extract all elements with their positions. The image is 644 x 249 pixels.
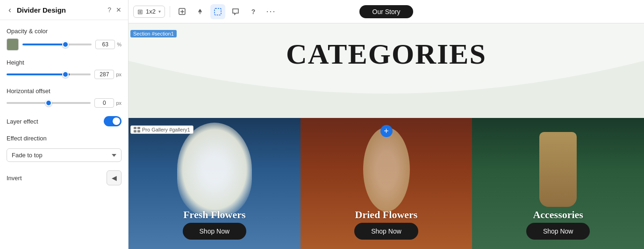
height-value-input[interactable] bbox=[94, 70, 114, 79]
invert-label: Invert bbox=[7, 175, 22, 182]
svg-rect-9 bbox=[137, 130, 140, 132]
effect-direction-section: Effect direction Fade to top Fade to bot… bbox=[7, 135, 122, 162]
nav-pill[interactable]: Our Story bbox=[359, 5, 414, 18]
opacity-value-group: % bbox=[95, 40, 122, 49]
offset-label: Horizontal offset bbox=[7, 88, 122, 95]
back-button[interactable]: ‹ bbox=[7, 5, 13, 15]
toolbar: ⊞ 1x2 ▾ bbox=[129, 0, 644, 23]
help-button[interactable]: ? bbox=[107, 6, 111, 14]
add-panel-icon bbox=[179, 8, 186, 15]
layer-effect-row: Layer effect bbox=[7, 116, 122, 126]
toolbar-left: ⊞ 1x2 ▾ bbox=[133, 4, 279, 19]
offset-section: Horizontal offset px bbox=[7, 88, 122, 108]
effect-direction-label: Effect direction bbox=[7, 135, 122, 142]
offset-row: px bbox=[7, 98, 122, 108]
fresh-flowers-label: Fresh Flowers bbox=[129, 209, 301, 221]
opacity-value-input[interactable] bbox=[95, 40, 115, 49]
categories-area: CATEGORIES bbox=[129, 23, 644, 75]
comment-button[interactable] bbox=[228, 4, 243, 19]
offset-value-input[interactable] bbox=[94, 98, 114, 108]
layer-effect-label: Layer effect bbox=[7, 118, 38, 125]
header-icons: ? ✕ bbox=[107, 6, 122, 14]
help-icon-toolbar: ? bbox=[251, 8, 256, 15]
add-panel-button[interactable] bbox=[175, 4, 190, 19]
gallery-item-fresh-flowers: Fresh Flowers Shop Now bbox=[129, 118, 301, 249]
svg-marker-4 bbox=[198, 12, 202, 15]
svg-rect-8 bbox=[134, 130, 136, 132]
canvas-area: ⊞ 1x2 ▾ bbox=[129, 0, 644, 249]
accessories-shop-button[interactable]: Shop Now bbox=[526, 223, 590, 240]
height-slider-container bbox=[7, 73, 91, 75]
select-button[interactable] bbox=[210, 4, 225, 19]
height-slider[interactable] bbox=[7, 73, 91, 75]
svg-rect-7 bbox=[137, 127, 140, 129]
gallery-tag-label: Pro Gallery #gallery1 bbox=[142, 127, 190, 132]
left-panel: ‹ Divider Design ? ✕ Opacity & color % bbox=[0, 0, 129, 249]
flower-decoration-3 bbox=[472, 118, 644, 221]
opacity-color-section: Opacity & color % bbox=[7, 28, 122, 51]
accessories-label: Accessories bbox=[472, 209, 644, 221]
more-options-button[interactable]: ··· bbox=[264, 4, 279, 19]
white-flower-decoration bbox=[177, 123, 252, 216]
toolbar-divider-1 bbox=[170, 6, 170, 17]
opacity-unit: % bbox=[117, 42, 122, 47]
categories-heading: CATEGORIES bbox=[286, 37, 487, 71]
gallery-item-dried-flowers: Dried Flowers Shop Now bbox=[301, 118, 472, 249]
help-button-toolbar[interactable]: ? bbox=[246, 4, 261, 19]
height-value-group: px bbox=[94, 70, 122, 79]
opacity-color-row: % bbox=[7, 38, 122, 51]
height-section: Height px bbox=[7, 59, 122, 79]
height-label: Height bbox=[7, 59, 122, 66]
effect-direction-select[interactable]: Fade to top Fade to bottom Fade to cente… bbox=[7, 148, 122, 162]
gallery-grid: Fresh Flowers Shop Now Dried Flowers Sho… bbox=[129, 118, 644, 249]
section-tag: Section #section1 bbox=[130, 30, 177, 37]
gallery-item-accessories: Accessories Shop Now bbox=[472, 118, 644, 249]
height-unit: px bbox=[116, 72, 122, 77]
offset-slider[interactable] bbox=[7, 102, 91, 104]
close-button[interactable]: ✕ bbox=[116, 6, 122, 14]
offset-unit: px bbox=[116, 100, 122, 106]
svg-marker-3 bbox=[198, 9, 202, 12]
invert-button[interactable]: ◀ bbox=[107, 170, 122, 185]
opacity-color-label: Opacity & color bbox=[7, 28, 122, 35]
invert-section: Invert ◀ bbox=[7, 170, 122, 185]
grid-chevron-icon: ▾ bbox=[158, 9, 161, 14]
panel-body: Opacity & color % Height bbox=[0, 20, 128, 249]
arrange-button[interactable] bbox=[193, 4, 208, 19]
dried-flower-decoration bbox=[363, 127, 410, 212]
grid-icon: ⊞ bbox=[137, 8, 143, 15]
add-button[interactable]: + bbox=[380, 125, 393, 137]
gallery-icon bbox=[134, 127, 140, 132]
layer-effect-section: Layer effect bbox=[7, 116, 122, 126]
vase-decoration bbox=[539, 132, 577, 207]
more-icon: ··· bbox=[266, 7, 276, 16]
opacity-slider-container bbox=[22, 44, 92, 45]
panel-title: Divider Design bbox=[17, 6, 104, 14]
dried-flowers-shop-button[interactable]: Shop Now bbox=[354, 223, 418, 240]
offset-slider-container bbox=[7, 102, 91, 104]
offset-value-group: px bbox=[94, 98, 122, 108]
dried-flowers-label: Dried Flowers bbox=[301, 209, 472, 221]
fresh-flowers-shop-button[interactable]: Shop Now bbox=[183, 223, 247, 240]
layer-effect-toggle[interactable] bbox=[104, 116, 122, 126]
select-icon bbox=[214, 8, 222, 15]
grid-select[interactable]: ⊞ 1x2 ▾ bbox=[133, 6, 165, 18]
svg-rect-5 bbox=[215, 8, 221, 15]
opacity-slider[interactable] bbox=[22, 44, 92, 45]
gallery-tag: Pro Gallery #gallery1 bbox=[130, 125, 193, 134]
height-row: px bbox=[7, 70, 122, 79]
grid-label: 1x2 bbox=[146, 8, 156, 15]
svg-rect-6 bbox=[134, 127, 136, 129]
canvas-content: Section #section1 CATEGORIES + Pro Galle… bbox=[129, 23, 644, 249]
comment-icon bbox=[232, 8, 239, 15]
arrange-icon bbox=[196, 8, 204, 15]
panel-header: ‹ Divider Design ? ✕ bbox=[0, 0, 128, 20]
color-swatch[interactable] bbox=[7, 38, 19, 51]
